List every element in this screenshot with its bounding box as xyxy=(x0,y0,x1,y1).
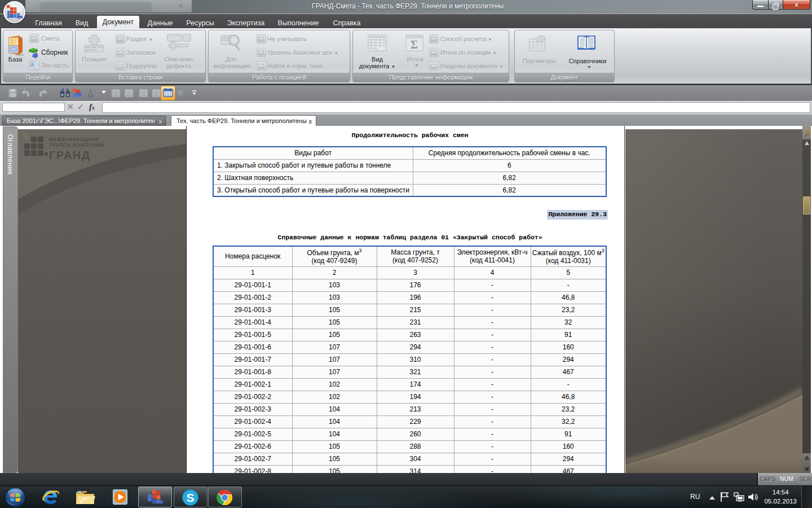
svg-text:A: A xyxy=(31,63,34,67)
svg-text:ГРАНД: ГРАНД xyxy=(49,149,91,161)
svg-text:Σ: Σ xyxy=(411,38,418,51)
svg-text:ГРУППА КОМПАНИЙ: ГРУППА КОМПАНИЙ xyxy=(49,142,104,148)
svg-text:S: S xyxy=(187,491,195,504)
svg-text:МЕЖДУНАРОДНАЯ: МЕЖДУНАРОДНАЯ xyxy=(49,137,99,142)
